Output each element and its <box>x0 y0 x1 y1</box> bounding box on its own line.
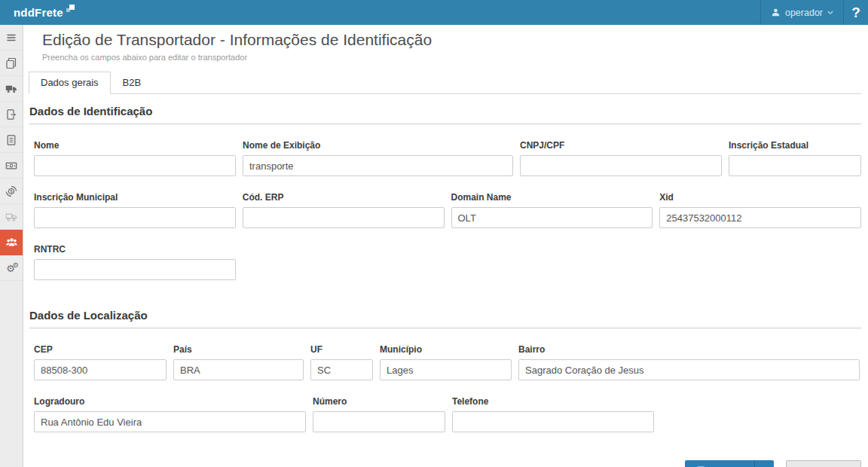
tab-bar: Dados gerais B2B <box>29 72 861 94</box>
sidebar-item-export[interactable] <box>0 102 23 127</box>
field-cod-erp: Cód. ERP <box>243 192 445 228</box>
form-actions: Gravar Cancelar <box>29 460 861 467</box>
field-xid-label: Xid <box>659 192 861 203</box>
field-inscricao-estadual: Inscrição Estadual <box>729 140 861 176</box>
form-row: CEP País UF Município Bairro <box>29 344 861 380</box>
sidebar-item-menu[interactable] <box>0 25 23 50</box>
field-logradouro-label: Logradouro <box>34 396 306 407</box>
field-uf: UF <box>310 344 373 380</box>
field-cep-label: CEP <box>34 344 167 355</box>
field-pais: País <box>173 344 304 380</box>
cancel-button[interactable]: Cancelar <box>786 460 861 467</box>
field-cnpj-cpf: CNPJ/CPF <box>520 140 722 176</box>
bairro-input[interactable] <box>518 359 860 380</box>
field-nome-exibicao-label: Nome de Exibição <box>243 140 513 151</box>
sidebar-item-documents[interactable] <box>0 127 23 153</box>
field-xid: Xid <box>659 192 861 228</box>
app-logo-text: nddFrete <box>14 6 63 19</box>
sidebar-item-payments[interactable]: $ <box>0 179 23 204</box>
field-bairro-label: Bairro <box>518 344 860 355</box>
page-title: Edição de Transportador - Informações de… <box>42 31 861 49</box>
user-menu-label: operador <box>785 8 823 18</box>
chevron-down-icon <box>827 10 833 16</box>
tab-dados-gerais[interactable]: Dados gerais <box>29 72 111 94</box>
field-cnpj-cpf-label: CNPJ/CPF <box>520 140 722 151</box>
topbar: nddFrete operador ? <box>0 0 868 25</box>
field-nome-label: Nome <box>34 140 236 151</box>
field-inscricao-estadual-label: Inscrição Estadual <box>729 140 861 151</box>
field-domain-name: Domain Name <box>451 192 653 228</box>
page-header: Edição de Transportador - Informações de… <box>29 31 861 62</box>
numero-input[interactable] <box>313 411 445 432</box>
save-button[interactable]: Gravar <box>685 460 754 467</box>
municipio-input[interactable] <box>380 359 512 380</box>
tab-b2b[interactable]: B2B <box>111 72 154 94</box>
field-municipio-label: Município <box>380 344 512 355</box>
field-nome: Nome <box>34 140 236 176</box>
truck-icon <box>5 83 17 95</box>
sidebar-item-trucks[interactable] <box>0 76 23 102</box>
sidebar-item-settings[interactable]: ⚙⚙ <box>0 255 23 281</box>
field-telefone-label: Telefone <box>452 396 654 407</box>
copy-icon <box>5 57 17 69</box>
form-row: RNTRC <box>29 244 861 280</box>
file-text-icon <box>5 134 17 146</box>
svg-text:$: $ <box>10 188 13 194</box>
telefone-input[interactable] <box>452 411 654 432</box>
sidebar-item-billing[interactable] <box>0 153 23 179</box>
inscricao-municipal-input[interactable] <box>34 207 236 228</box>
cep-input[interactable] <box>34 359 167 380</box>
pais-input[interactable] <box>173 359 304 380</box>
section-localizacao-title: Dados de Localização <box>29 309 861 328</box>
field-rntrc-label: RNTRC <box>34 244 236 255</box>
cod-erp-input[interactable] <box>243 207 445 228</box>
uf-input[interactable] <box>310 359 373 380</box>
page-subtitle: Preencha os campos abaixo para editar o … <box>42 53 861 62</box>
gears-icon: ⚙⚙ <box>6 262 17 273</box>
money-sync-icon: $ <box>5 185 17 197</box>
field-pais-label: País <box>173 344 304 355</box>
field-cod-erp-label: Cód. ERP <box>243 192 445 203</box>
field-telefone: Telefone <box>452 396 654 432</box>
sidebar-item-users[interactable] <box>0 230 23 255</box>
domain-name-input[interactable] <box>451 207 653 228</box>
sidebar: $ ⚙⚙ <box>0 25 23 467</box>
field-nome-exibicao: Nome de Exibição <box>243 140 513 176</box>
field-numero-label: Número <box>313 396 445 407</box>
truck-outline-icon <box>5 211 17 223</box>
field-municipio: Município <box>380 344 512 380</box>
inscricao-estadual-input[interactable] <box>729 155 861 176</box>
field-uf-label: UF <box>310 344 373 355</box>
sidebar-item-copy[interactable] <box>0 50 23 76</box>
sidebar-item-fleet[interactable] <box>0 204 23 230</box>
help-label: ? <box>851 5 860 21</box>
nome-exibicao-input[interactable] <box>243 155 513 176</box>
field-domain-name-label: Domain Name <box>451 192 653 203</box>
main-content: Edição de Transportador - Informações de… <box>24 25 868 467</box>
form-row: Logradouro Número Telefone <box>29 396 861 432</box>
rntrc-input[interactable] <box>34 259 236 280</box>
field-inscricao-municipal-label: Inscrição Municipal <box>34 192 236 203</box>
field-logradouro: Logradouro <box>34 396 306 432</box>
hamburger-icon <box>5 32 17 44</box>
logradouro-input[interactable] <box>34 411 306 432</box>
section-identificacao-title: Dados de Identificação <box>29 105 861 124</box>
save-split-button: Gravar <box>685 460 774 467</box>
section-identificacao: Dados de Identificação Nome Nome de Exib… <box>29 105 861 280</box>
field-bairro: Bairro <box>518 344 860 380</box>
field-numero: Número <box>313 396 445 432</box>
field-cep: CEP <box>34 344 167 380</box>
nome-input[interactable] <box>34 155 236 176</box>
app-logo[interactable]: nddFrete <box>14 6 75 19</box>
banknote-icon <box>5 160 17 172</box>
user-icon <box>771 8 781 17</box>
users-icon <box>5 236 18 249</box>
form-row: Inscrição Municipal Cód. ERP Domain Name… <box>29 192 861 228</box>
save-options-button[interactable] <box>754 460 774 467</box>
field-inscricao-municipal: Inscrição Municipal <box>34 192 236 228</box>
xid-input[interactable] <box>659 207 861 228</box>
cnpj-cpf-input[interactable] <box>520 155 722 176</box>
help-button[interactable]: ? <box>843 0 868 25</box>
user-menu[interactable]: operador <box>760 0 843 25</box>
logo-mark-icon <box>65 5 75 14</box>
